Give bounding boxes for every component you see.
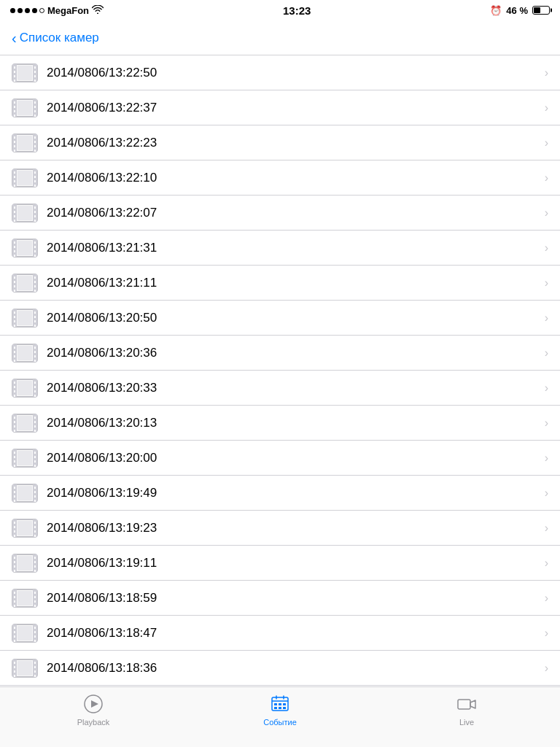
svg-rect-225: [283, 707, 286, 709]
svg-rect-80: [34, 281, 36, 283]
tab-live[interactable]: Live: [373, 693, 560, 727]
film-strip-icon: [12, 340, 38, 366]
list-item[interactable]: 2014/0806/13:22:10›: [0, 160, 560, 196]
svg-rect-209: [14, 670, 15, 673]
svg-rect-81: [34, 285, 36, 287]
svg-rect-88: [14, 316, 15, 318]
film-strip-icon: [12, 270, 38, 296]
recording-timestamp: 2014/0806/13:19:23: [47, 521, 545, 535]
tab-event-label: Событие: [263, 718, 297, 727]
tab-event[interactable]: Событие: [187, 693, 373, 727]
film-strip-icon: [12, 375, 38, 401]
back-button[interactable]: ‹ Список камер: [12, 31, 99, 45]
svg-rect-21: [34, 110, 36, 112]
svg-rect-211: [34, 662, 36, 664]
recording-timestamp: 2014/0806/13:18:47: [47, 626, 545, 640]
chevron-right-icon: ›: [545, 382, 548, 395]
svg-rect-69: [34, 250, 36, 252]
svg-rect-198: [14, 640, 15, 642]
chevron-right-icon: ›: [545, 66, 548, 80]
svg-rect-83: [18, 276, 32, 290]
tab-live-label: Live: [459, 718, 474, 727]
list-item[interactable]: 2014/0806/13:20:33›: [0, 371, 560, 406]
chevron-right-icon: ›: [545, 417, 548, 430]
svg-rect-76: [14, 281, 15, 283]
live-icon: [456, 693, 478, 715]
svg-rect-8: [34, 71, 36, 73]
svg-rect-90: [14, 325, 15, 327]
chevron-right-icon: ›: [545, 627, 548, 640]
list-item[interactable]: 2014/0806/13:21:11›: [0, 266, 560, 301]
battery-body: [532, 6, 550, 15]
list-item[interactable]: 2014/0806/13:19:11›: [0, 546, 560, 581]
list-item[interactable]: 2014/0806/13:19:23›: [0, 511, 560, 546]
svg-rect-203: [18, 626, 32, 640]
svg-rect-39: [14, 171, 15, 174]
svg-rect-184: [14, 596, 15, 598]
list-item[interactable]: 2014/0806/13:22:23›: [0, 125, 560, 160]
svg-rect-176: [34, 561, 36, 563]
svg-rect-92: [34, 316, 36, 318]
list-item[interactable]: 2014/0806/13:21:31›: [0, 231, 560, 266]
svg-rect-42: [14, 185, 15, 187]
film-strip-icon: [12, 620, 38, 646]
tab-playback[interactable]: Playback: [0, 693, 187, 727]
svg-rect-140: [34, 456, 36, 458]
list-item[interactable]: 2014/0806/13:22:37›: [0, 90, 560, 125]
svg-rect-119: [18, 381, 32, 395]
svg-rect-162: [14, 535, 15, 537]
recording-timestamp: 2014/0806/13:21:31: [47, 241, 545, 255]
svg-rect-117: [34, 390, 36, 392]
svg-rect-41: [14, 180, 15, 182]
svg-rect-19: [34, 101, 36, 104]
film-strip-icon: [12, 130, 38, 156]
back-label: Список камер: [20, 31, 99, 45]
list-item[interactable]: 2014/0806/13:20:50›: [0, 301, 560, 336]
list-item[interactable]: 2014/0806/13:18:36›: [0, 651, 560, 686]
svg-rect-222: [283, 703, 286, 705]
list-item[interactable]: 2014/0806/13:20:36›: [0, 336, 560, 371]
svg-rect-57: [34, 215, 36, 217]
svg-rect-147: [14, 487, 15, 489]
status-right: ⏰ 46 %: [490, 5, 550, 16]
list-item[interactable]: 2014/0806/13:20:13›: [0, 406, 560, 441]
svg-rect-187: [34, 592, 36, 594]
list-item[interactable]: 2014/0806/13:22:50›: [0, 55, 560, 90]
film-strip-icon: [12, 445, 38, 471]
list-item[interactable]: 2014/0806/13:18:47›: [0, 616, 560, 651]
svg-marker-217: [91, 700, 98, 708]
list-item[interactable]: 2014/0806/13:22:07›: [0, 196, 560, 231]
svg-rect-56: [34, 211, 36, 213]
svg-rect-159: [14, 522, 15, 524]
svg-rect-95: [18, 311, 32, 325]
svg-rect-63: [14, 241, 15, 244]
svg-rect-43: [34, 171, 36, 174]
svg-rect-71: [18, 241, 32, 255]
list-item[interactable]: 2014/0806/13:20:00›: [0, 441, 560, 476]
svg-rect-151: [34, 487, 36, 489]
list-item[interactable]: 2014/0806/13:18:59›: [0, 581, 560, 616]
svg-rect-87: [14, 311, 15, 314]
svg-rect-186: [14, 605, 15, 607]
chevron-right-icon: ›: [545, 171, 548, 185]
svg-rect-142: [34, 465, 36, 467]
chevron-right-icon: ›: [545, 206, 548, 220]
svg-rect-136: [14, 456, 15, 458]
svg-rect-77: [14, 285, 15, 287]
svg-rect-100: [14, 351, 15, 353]
svg-rect-4: [14, 71, 15, 73]
chevron-right-icon: ›: [545, 347, 548, 360]
svg-rect-101: [14, 355, 15, 357]
svg-rect-141: [34, 460, 36, 462]
svg-rect-197: [14, 635, 15, 638]
list-item[interactable]: 2014/0806/13:19:49›: [0, 476, 560, 511]
svg-rect-172: [14, 561, 15, 563]
svg-rect-107: [18, 346, 32, 360]
svg-rect-22: [34, 115, 36, 117]
svg-rect-167: [18, 521, 32, 535]
svg-rect-201: [34, 635, 36, 638]
svg-rect-68: [34, 246, 36, 248]
event-icon: [269, 693, 291, 715]
svg-rect-32: [34, 141, 36, 143]
svg-rect-223: [274, 707, 277, 709]
